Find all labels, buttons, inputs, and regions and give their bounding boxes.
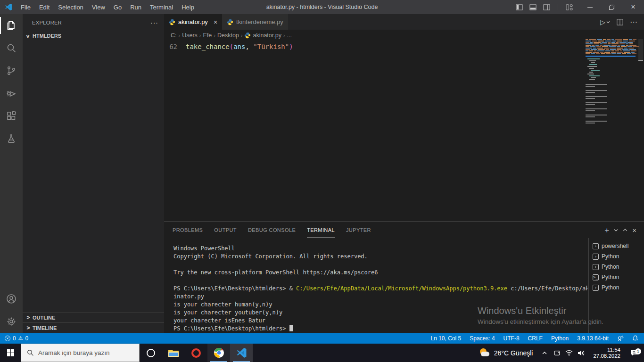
screen: FileEditSelectionViewGoRunTerminalHelp a… bbox=[0, 0, 644, 362]
breadcrumb-label: akinator.py bbox=[253, 32, 281, 39]
terminal-instance-python[interactable]: ›Python bbox=[589, 282, 644, 293]
minimap-line bbox=[600, 43, 603, 44]
feedback-icon[interactable] bbox=[617, 335, 624, 342]
panel-tab-debug-console[interactable]: DEBUG CONSOLE bbox=[248, 222, 296, 238]
tab-tkinterdeneme-py[interactable]: tkinterdeneme.py bbox=[222, 14, 288, 30]
minimap[interactable] bbox=[586, 39, 637, 117]
menu-selection[interactable]: Selection bbox=[54, 0, 87, 14]
minimize-button[interactable] bbox=[579, 0, 601, 14]
minimap-line bbox=[619, 43, 625, 44]
status-crlf[interactable]: CRLF bbox=[528, 335, 543, 342]
activity-explorer-icon[interactable] bbox=[0, 14, 23, 37]
tray-volume-icon[interactable] bbox=[575, 350, 587, 356]
minimap-line bbox=[611, 53, 616, 54]
menu-go[interactable]: Go bbox=[109, 0, 126, 14]
breadcrumb-item[interactable]: Efe bbox=[203, 32, 212, 39]
terminal-output[interactable]: Windows PowerShellCopyright (C) Microsof… bbox=[164, 241, 587, 332]
minimap-line bbox=[586, 121, 607, 122]
menu-file[interactable]: File bbox=[17, 0, 35, 14]
tray-tablet-icon[interactable] bbox=[551, 350, 563, 356]
customize-layout-icon[interactable] bbox=[566, 4, 573, 11]
minimap-line bbox=[592, 41, 597, 41]
minimap-line bbox=[604, 52, 610, 53]
tab-label: tkinterdeneme.py bbox=[236, 18, 283, 25]
minimap-line bbox=[623, 41, 628, 41]
close-panel-icon[interactable]: × bbox=[632, 226, 636, 234]
minimap-line bbox=[617, 53, 621, 54]
tray-chevron-up-icon[interactable] bbox=[538, 350, 551, 356]
minimap-line bbox=[602, 42, 607, 43]
activity-settings-icon[interactable] bbox=[0, 310, 23, 333]
windows-logo-icon bbox=[7, 349, 14, 356]
breadcrumb-item[interactable]: Desktop bbox=[217, 32, 239, 39]
terminal-instance-python[interactable]: ›Python bbox=[589, 251, 644, 262]
taskbar-app-cortana[interactable] bbox=[140, 344, 162, 362]
run-python-file-button[interactable]: ▷ bbox=[600, 18, 610, 26]
terminal-text: is your charecter youtuber(y,n)y bbox=[173, 309, 282, 316]
toggle-panel-icon[interactable] bbox=[529, 4, 537, 11]
menu-edit[interactable]: Edit bbox=[35, 0, 54, 14]
breadcrumb-item[interactable]: ... bbox=[287, 32, 292, 39]
start-button[interactable] bbox=[0, 344, 21, 362]
taskbar-apps bbox=[140, 344, 253, 362]
tab-akinator-py[interactable]: akinator.py× bbox=[164, 14, 222, 30]
activity-extensions-icon[interactable] bbox=[0, 105, 23, 127]
panel-tab-terminal[interactable]: TERMINAL bbox=[307, 222, 335, 238]
activity-run-debug-icon[interactable] bbox=[0, 82, 23, 105]
minimap-line bbox=[589, 60, 596, 61]
breadcrumb-item[interactable]: Users bbox=[182, 32, 198, 39]
terminal-instance-powershell[interactable]: ›powershell bbox=[589, 241, 644, 251]
taskbar-search-input[interactable]: Aramak için buraya yazın bbox=[21, 344, 140, 362]
clock[interactable]: 11:54 27.08.2022 bbox=[587, 347, 625, 359]
status-python[interactable]: Python bbox=[551, 335, 569, 342]
taskbar-app-opera[interactable] bbox=[185, 344, 207, 362]
breadcrumb-item[interactable]: C: bbox=[171, 32, 177, 39]
problems-status[interactable]: × 0 ⚠ 0 bbox=[0, 335, 28, 342]
breadcrumb-item[interactable]: akinator.py bbox=[244, 32, 281, 39]
terminal-dropdown-icon[interactable] bbox=[614, 228, 618, 232]
status-3.9.13[interactable]: 3.9.13 64-bit bbox=[577, 335, 609, 342]
minimap-line bbox=[603, 43, 607, 44]
code-token: "Türkish" bbox=[253, 43, 289, 50]
terminal-instance-python[interactable]: ›Python bbox=[589, 262, 644, 272]
activity-source-control-icon[interactable] bbox=[0, 59, 23, 82]
activity-search-icon[interactable] bbox=[0, 37, 23, 59]
minimap-line bbox=[586, 116, 595, 117]
taskbar-app-chrome[interactable] bbox=[207, 344, 230, 362]
status-utf-8[interactable]: UTF-8 bbox=[504, 335, 520, 342]
menu-help[interactable]: Help bbox=[177, 0, 198, 14]
tray-wifi-icon[interactable] bbox=[563, 350, 575, 356]
editor-scrollbar[interactable] bbox=[638, 39, 643, 61]
status-spaces[interactable]: Spaces: 4 bbox=[470, 335, 495, 342]
close-button[interactable]: × bbox=[622, 0, 644, 14]
folder-htmlders[interactable]: ∨ HTMLDERS bbox=[23, 31, 164, 41]
toggle-secondary-sidebar-icon[interactable] bbox=[543, 4, 550, 11]
notifications-bell-icon[interactable] bbox=[632, 335, 638, 342]
weather-widget[interactable]: 26°C Güneşli bbox=[473, 348, 539, 358]
activity-accounts-icon[interactable] bbox=[0, 288, 23, 310]
taskbar-app-vscode[interactable] bbox=[230, 344, 253, 362]
split-editor-icon[interactable] bbox=[617, 19, 623, 25]
restore-button[interactable] bbox=[601, 0, 622, 14]
more-actions-icon[interactable]: ⋯ bbox=[630, 17, 637, 26]
code-area[interactable]: 62 take_chance(ans, "Türkish") bbox=[164, 42, 644, 51]
new-terminal-icon[interactable]: + bbox=[604, 226, 609, 234]
taskbar-app-file-explorer[interactable] bbox=[162, 344, 185, 362]
menu-run[interactable]: Run bbox=[126, 0, 146, 14]
maximize-panel-icon[interactable] bbox=[623, 228, 627, 232]
breadcrumb-separator-icon: › bbox=[179, 33, 181, 38]
activity-testing-icon[interactable] bbox=[0, 127, 23, 150]
explorer-more-actions-icon[interactable]: ··· bbox=[150, 19, 158, 26]
menu-view[interactable]: View bbox=[88, 0, 109, 14]
panel-tab-output[interactable]: OUTPUT bbox=[214, 222, 237, 238]
panel-tab-jupyter[interactable]: JUPYTER bbox=[346, 222, 371, 238]
section-timeline[interactable]: ∨ TIMELINE bbox=[23, 322, 164, 333]
toggle-sidebar-icon[interactable] bbox=[516, 4, 523, 11]
menu-terminal[interactable]: Terminal bbox=[146, 0, 177, 14]
status-ln[interactable]: Ln 10, Col 5 bbox=[430, 335, 461, 342]
section-outline[interactable]: ∨ OUTLINE bbox=[23, 312, 164, 322]
tab-close-icon[interactable]: × bbox=[214, 18, 217, 26]
terminal-instance-python[interactable]: >_Python bbox=[589, 272, 644, 282]
panel-tab-problems[interactable]: PROBLEMS bbox=[173, 222, 203, 238]
action-center-button[interactable]: 1 bbox=[625, 349, 644, 357]
